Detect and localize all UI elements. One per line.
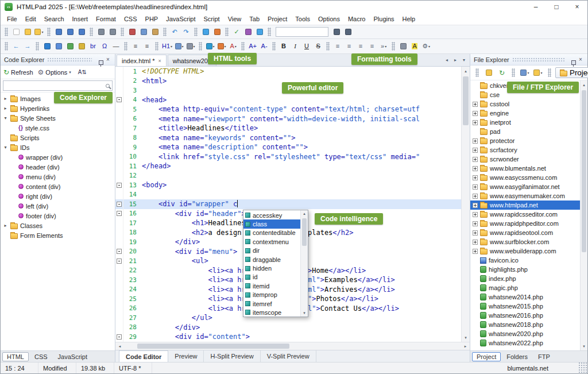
vertical-scroll-track[interactable] <box>462 75 470 333</box>
suggestion-contextmenu[interactable]: contextmenu <box>243 237 300 246</box>
suggestion-hidden[interactable]: hidden <box>243 264 300 272</box>
scroll-down-icon[interactable]: ▾ <box>581 342 587 350</box>
close-tab-icon[interactable]: × <box>158 58 161 64</box>
code-editor[interactable]: 1<!DOCTYPE HTML>2<html>34<head>5 <meta h… <box>115 67 461 342</box>
paste-button[interactable] <box>149 26 161 38</box>
cut-button[interactable] <box>126 26 138 38</box>
file-item-csstool[interactable]: csstool <box>470 99 580 109</box>
insert-comment-button[interactable] <box>76 41 87 52</box>
tab-list-icon[interactable]: ▾ <box>461 57 467 63</box>
css-style-button[interactable]: ▾ <box>204 41 216 52</box>
fold-collapse-icon[interactable] <box>117 202 122 207</box>
code-line-9[interactable]: 9 <meta name="description" content=""> <box>115 142 461 152</box>
expand-plus-icon[interactable] <box>473 157 478 162</box>
file-item-www-easygifanimator-net[interactable]: www.easygifanimator.net <box>470 182 580 191</box>
save-as-button[interactable] <box>64 26 76 38</box>
expand-arrow-icon[interactable]: ▸ <box>3 106 8 111</box>
scroll-up-icon[interactable]: ▴ <box>462 67 470 75</box>
redo-button[interactable]: ↷ <box>180 26 192 38</box>
code-line-5[interactable]: 5 <meta http-equiv="content-type" conten… <box>115 105 461 114</box>
new-folder-button[interactable] <box>483 67 494 79</box>
tree-item-classes[interactable]: ▸Classes <box>1 221 115 230</box>
open-file-button[interactable] <box>22 26 33 38</box>
tab-scroll-right-icon[interactable]: ▸ <box>452 57 459 63</box>
code-line-11[interactable]: 11</head> <box>115 161 461 171</box>
explorer-tab-ftp[interactable]: FTP <box>533 352 555 361</box>
file-item-whatsnew2018-php[interactable]: whatsnew2018.php <box>470 320 580 329</box>
expand-arrow-icon[interactable]: ▸ <box>3 96 8 101</box>
file-item-favicon-ico[interactable]: favicon.ico <box>470 256 580 265</box>
copy-button[interactable] <box>138 26 149 38</box>
minimize-button[interactable]: – <box>525 1 546 13</box>
close-panel-icon[interactable]: × <box>577 56 584 63</box>
preview-in-browser-button[interactable] <box>200 26 211 38</box>
insert-table-button[interactable]: ▾ <box>173 41 185 52</box>
scroll-left-icon[interactable]: ◂ <box>115 342 124 350</box>
code-beautifier-button[interactable] <box>254 26 265 38</box>
file-item-www-rapidphpeditor-com[interactable]: www.rapidphpeditor.com <box>470 219 580 228</box>
align-justify-button[interactable]: ≡ <box>366 41 378 52</box>
expand-plus-icon[interactable] <box>473 120 478 125</box>
align-left-button[interactable]: ≡ <box>332 41 343 52</box>
find-button[interactable] <box>95 26 107 38</box>
fold-collapse-icon[interactable] <box>117 334 122 340</box>
expand-plus-icon[interactable] <box>473 184 478 190</box>
code-line-10[interactable]: 10 <link href="style.css" rel="styleshee… <box>115 152 461 162</box>
code-line-28[interactable]: 28 </div> <box>115 323 461 333</box>
font-increase-button[interactable]: A+ <box>247 41 258 52</box>
explorer-tab-folders[interactable]: Folders <box>502 352 532 361</box>
close-button[interactable]: × <box>567 1 587 13</box>
file-item-whatsnew2014-php[interactable]: whatsnew2014.php <box>470 292 580 302</box>
file-item-whatsnew2020-php[interactable]: whatsnew2020.php <box>470 329 580 338</box>
bullet-list-button[interactable]: ≡ <box>130 41 141 52</box>
view-tab-v-split-preview[interactable]: V-Split Preview <box>261 350 316 362</box>
expand-plus-icon[interactable] <box>473 166 478 171</box>
search-results-button[interactable] <box>342 26 354 38</box>
tree-item-style-css[interactable]: {}style.css <box>1 123 115 133</box>
suggestion-draggable[interactable]: draggable <box>243 255 300 264</box>
file-item-whatsnew2022-php[interactable]: whatsnew2022.php <box>470 338 580 348</box>
projects-button[interactable]: Projects <box>555 67 588 78</box>
gear-icon[interactable]: ⚙ <box>38 68 44 76</box>
file-item-whatsnew2015-php[interactable]: whatsnew2015.php <box>470 302 580 311</box>
scroll-up-icon[interactable]: ▴ <box>301 210 308 217</box>
expand-plus-icon[interactable] <box>473 212 478 217</box>
navigate-back-button[interactable]: ← <box>10 41 22 52</box>
encoding-indicator[interactable]: UTF-8 * <box>114 363 152 373</box>
file-item-www-rapidcsseditor-com[interactable]: www.rapidcsseditor.com <box>470 210 580 219</box>
horizontal-rule-button[interactable]: — <box>110 41 122 52</box>
menu-plugins[interactable]: Plugins <box>369 14 398 24</box>
file-explorer-scrollbar[interactable]: ▴ ▾ <box>580 80 587 350</box>
tag-inspector-button[interactable] <box>242 26 254 38</box>
close-panel-icon[interactable]: × <box>105 56 111 63</box>
resize-grip[interactable] <box>578 363 587 373</box>
numbered-list-button[interactable]: ≡ <box>141 41 153 52</box>
fold-collapse-icon[interactable] <box>117 249 122 254</box>
code-line-14[interactable]: 14 <box>115 190 461 200</box>
code-line-6[interactable]: 6 <meta name="viewport" content="width=d… <box>115 114 461 124</box>
search-input[interactable] <box>3 82 103 89</box>
preview-secondary-browser-button[interactable] <box>211 26 223 38</box>
align-right-button[interactable]: ≡ <box>355 41 366 52</box>
horizontal-scroll-track[interactable] <box>124 342 461 350</box>
expand-plus-icon[interactable] <box>473 138 478 144</box>
fold-collapse-icon[interactable] <box>117 97 122 102</box>
expand-plus-icon[interactable] <box>473 148 478 153</box>
editor-tab-index-html[interactable]: index.html *× <box>117 55 167 66</box>
view-tab-preview[interactable]: Preview <box>168 350 204 362</box>
expand-plus-icon[interactable] <box>473 240 478 245</box>
file-item-pad[interactable]: pad <box>470 127 580 136</box>
suggestion-itemprop[interactable]: itemprop <box>243 291 300 299</box>
sort-az-icon[interactable]: A⇅ <box>78 69 87 75</box>
find-in-files-button[interactable] <box>331 26 342 38</box>
file-item-www-easycssmenu-com[interactable]: www.easycssmenu.com <box>470 173 580 182</box>
fold-collapse-icon[interactable] <box>117 211 122 216</box>
tree-item-content-div[interactable]: content (div) <box>1 182 115 191</box>
tree-item-header-div[interactable]: header (div) <box>1 162 115 172</box>
scroll-down-icon[interactable]: ▾ <box>462 333 470 342</box>
expand-plus-icon[interactable] <box>473 175 478 180</box>
hyperlink-button[interactable] <box>41 41 53 52</box>
file-item-www-easymenumaker-com[interactable]: www.easymenumaker.com <box>470 191 580 201</box>
tree-item-right-div[interactable]: right (div) <box>1 191 115 201</box>
tab-scroll-left-icon[interactable]: ◂ <box>443 57 450 63</box>
